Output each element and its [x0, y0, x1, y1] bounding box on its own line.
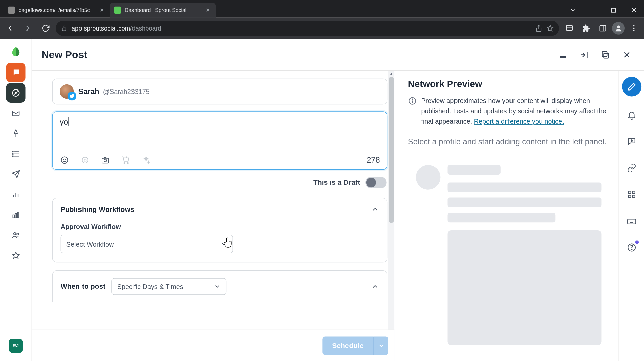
browser-tab-0[interactable]: pageflows.com/_/emails/7fb5c ✕	[4, 3, 110, 18]
nav-item-reports[interactable]	[6, 205, 25, 225]
tab-search-icon[interactable]	[562, 3, 583, 18]
svg-rect-28	[17, 212, 18, 218]
kebab-menu-icon[interactable]	[626, 21, 641, 36]
preview-placeholder: Select a profile and start adding conten…	[408, 136, 609, 148]
info-icon	[408, 96, 417, 105]
svg-point-22	[12, 156, 13, 156]
nav-item-send[interactable]	[6, 165, 25, 184]
browser-tab-1[interactable]: Dashboard | Sprout Social ✕	[110, 3, 216, 18]
back-button[interactable]	[3, 21, 18, 36]
url-text: app.sproutsocial.com/dashboard	[72, 25, 531, 32]
svg-rect-32	[560, 56, 566, 57]
grid-icon[interactable]	[624, 186, 639, 202]
svg-rect-5	[566, 25, 572, 30]
schedule-button[interactable]: Schedule	[322, 336, 373, 355]
sidepanel-icon[interactable]	[595, 21, 610, 36]
char-count: 278	[367, 156, 380, 165]
draft-toggle[interactable]	[365, 177, 386, 188]
svg-rect-27	[15, 213, 16, 218]
bookmark-icon[interactable]	[547, 25, 554, 32]
user-avatar[interactable]: RJ	[9, 339, 23, 353]
left-scrollbar[interactable]: ▲ ▼	[388, 71, 394, 361]
maximize-icon[interactable]	[603, 3, 624, 18]
help-icon[interactable]	[624, 240, 639, 255]
svg-point-29	[13, 233, 16, 235]
tab-title: Dashboard | Sprout Social	[125, 7, 201, 13]
close-modal-icon[interactable]	[619, 47, 634, 62]
close-tab-icon[interactable]: ✕	[204, 7, 211, 14]
tab-title: pageflows.com/_/emails/7fb5c	[18, 7, 95, 13]
svg-rect-56	[628, 195, 631, 198]
schedule-dropdown-icon[interactable]	[373, 336, 388, 355]
nav-item-list[interactable]	[6, 144, 25, 164]
link-icon[interactable]	[624, 160, 639, 176]
reload-button[interactable]	[38, 21, 53, 36]
camera-icon[interactable]	[100, 155, 110, 165]
sprout-logo-icon[interactable]	[6, 43, 25, 62]
browser-addressbar: app.sproutsocial.com/dashboard	[0, 18, 644, 39]
duplicate-icon[interactable]	[598, 47, 613, 62]
keyboard-icon[interactable]	[624, 213, 639, 229]
extensions-icon[interactable]	[579, 21, 594, 36]
nav-item-mail[interactable]	[6, 104, 25, 123]
preview-title: Network Preview	[408, 79, 609, 89]
svg-marker-14	[15, 92, 17, 94]
target-icon[interactable]	[80, 155, 90, 165]
minimize-icon[interactable]	[583, 3, 603, 18]
profile-selector[interactable]: Sarah @Sarah233175	[52, 79, 388, 104]
scroll-up-icon[interactable]: ▲	[388, 71, 394, 77]
compose-footer: Schedule	[32, 330, 394, 361]
profile-avatar-icon[interactable]	[612, 22, 625, 35]
when-to-post-section[interactable]: When to post Specific Days & Times	[52, 270, 388, 302]
sparkle-icon[interactable]	[141, 155, 151, 165]
lock-icon	[61, 25, 67, 31]
svg-point-41	[65, 159, 66, 160]
svg-marker-31	[12, 252, 19, 258]
browser-titlebar: pageflows.com/_/emails/7fb5c ✕ Dashboard…	[0, 0, 644, 18]
notifications-icon[interactable]	[624, 107, 639, 123]
svg-point-65	[631, 249, 632, 250]
compose-column: Sarah @Sarah233175 yo 278	[32, 71, 394, 361]
skeleton-line	[448, 182, 602, 192]
nav-item-star[interactable]	[6, 246, 25, 265]
svg-rect-58	[627, 219, 635, 224]
svg-rect-2	[62, 28, 66, 31]
close-window-icon[interactable]: ✕	[624, 3, 644, 18]
report-difference-link[interactable]: Report a difference you notice.	[474, 117, 564, 125]
close-tab-icon[interactable]: ✕	[98, 7, 105, 14]
svg-point-12	[633, 30, 635, 31]
nav-item-signal[interactable]	[6, 185, 25, 204]
svg-point-40	[63, 159, 64, 160]
install-icon[interactable]	[562, 21, 577, 36]
when-select[interactable]: Specific Days & Times	[112, 278, 227, 295]
nav-item-compass[interactable]	[6, 83, 25, 103]
nav-item-inbox[interactable]	[6, 63, 25, 82]
new-tab-button[interactable]: +	[216, 3, 228, 18]
svg-point-42	[82, 157, 88, 163]
preview-column: Network Preview Preview approximates how…	[394, 71, 618, 361]
compose-textarea[interactable]: yo	[60, 117, 380, 152]
preview-info: Preview approximates how your content wi…	[408, 96, 609, 126]
schedule-split-button[interactable]: Schedule	[322, 336, 388, 355]
nav-item-pin[interactable]	[6, 124, 25, 143]
svg-rect-36	[602, 51, 607, 56]
chevron-up-icon	[371, 283, 379, 291]
compose-fab[interactable]	[622, 77, 641, 96]
url-bar[interactable]: app.sproutsocial.com/dashboard	[56, 21, 559, 36]
nav-item-people[interactable]	[6, 226, 25, 245]
approval-workflow-select[interactable]: Select Workflow	[61, 235, 233, 253]
svg-point-53	[412, 99, 413, 100]
section-header-workflows[interactable]: Publishing Workflows	[53, 198, 387, 221]
minimize-modal-icon[interactable]	[555, 47, 571, 62]
modal-header: New Post	[32, 39, 644, 71]
approval-workflow-label: Approval Workflow	[61, 223, 379, 230]
svg-rect-35	[604, 53, 609, 58]
forward-button[interactable]	[20, 21, 36, 36]
compose-box[interactable]: yo 278	[52, 111, 388, 170]
emoji-icon[interactable]	[60, 155, 69, 165]
chat-icon[interactable]	[624, 133, 639, 149]
cart-icon[interactable]	[121, 155, 130, 165]
share-icon[interactable]	[535, 25, 542, 32]
scroll-thumb[interactable]	[389, 77, 394, 223]
collapse-panel-icon[interactable]	[577, 47, 592, 62]
